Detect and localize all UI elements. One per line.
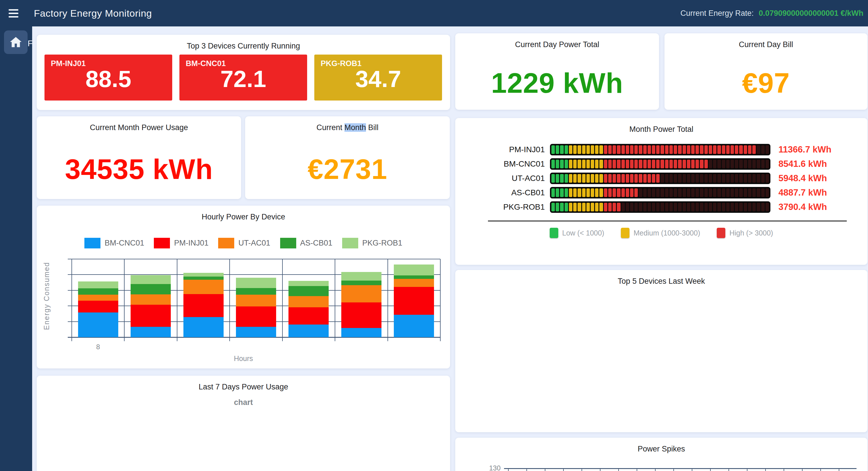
gauge-segment [560, 160, 563, 168]
gauge-segment [578, 145, 581, 154]
gauge-segment [652, 174, 655, 183]
legend-label: UT-AC01 [238, 239, 270, 247]
gauge-segment [556, 174, 559, 183]
bar-segment-UT-AC01 [78, 295, 118, 301]
gauge-segment [717, 203, 721, 211]
gauge-segment [695, 160, 699, 168]
gridline [124, 259, 125, 341]
gauge-segment [687, 174, 690, 183]
gauge-segment [560, 203, 563, 211]
bar-segment-PKG-ROB1 [288, 281, 329, 286]
sidebar-item-home[interactable] [4, 30, 28, 54]
y-tick-label: 130 [487, 464, 501, 471]
gauge-segment [621, 203, 625, 211]
gauge-segment [626, 203, 629, 211]
gauge-segment [630, 203, 633, 211]
card-title: Current Month Power Usage [37, 116, 241, 132]
chart-title: Hourly Power By Device [37, 206, 450, 222]
gauge-row-PM-INJ01: PM-INJ0111366.7 kWh [461, 144, 862, 155]
gauge-segment [613, 145, 616, 154]
gauge-segment [617, 203, 620, 211]
gauge-segment [634, 145, 638, 154]
gauge-segment [670, 174, 673, 183]
bar-segment-AS-CB01 [131, 284, 171, 294]
gauge-segment [591, 188, 594, 197]
gauge-segment [634, 188, 638, 197]
gauge-segment [556, 160, 559, 168]
gauge-segment [709, 203, 712, 211]
gridline [68, 274, 440, 275]
gauge-segment [713, 160, 716, 168]
device-value: 88.5 [44, 65, 172, 92]
legend-swatch [550, 228, 558, 238]
gauge-segment [735, 203, 738, 211]
gauge-segment [565, 174, 568, 183]
chart-title: Month Power Total [455, 118, 867, 134]
gauge-segment [551, 160, 555, 168]
bar-segment-PKG-ROB1 [341, 272, 381, 281]
bar-segment-PM-INJ01 [288, 307, 329, 325]
gauge-segment [582, 145, 586, 154]
gauge-segment [761, 203, 765, 211]
gauge-segment [626, 160, 629, 168]
gauge-segment [722, 160, 725, 168]
gauge-segment [660, 145, 664, 154]
gauge-segment [656, 188, 660, 197]
gauge-segment [652, 145, 655, 154]
gridline [388, 259, 388, 341]
gauge-segment [656, 203, 660, 211]
gauge-segment [766, 203, 769, 211]
gauge-segment [691, 188, 694, 197]
gauge-segment [560, 145, 563, 154]
gauge-segment [744, 188, 747, 197]
stacked-bar [131, 275, 171, 337]
bar-segment-BM-CNC01 [341, 328, 381, 337]
gauge-segment [630, 188, 633, 197]
gauge-segment [665, 160, 669, 168]
gauge-segment [674, 174, 677, 183]
gauge-segment [761, 174, 765, 183]
home-icon [9, 36, 22, 49]
gauge-segment [704, 174, 708, 183]
gauge-segment [652, 203, 655, 211]
gauge-segment [565, 188, 568, 197]
gauge-segment [569, 174, 572, 183]
bar-segment-AS-CB01 [341, 281, 381, 285]
gauge-segment [608, 174, 612, 183]
gauge-segment [639, 160, 642, 168]
gauge-segment [582, 188, 586, 197]
gauge-segment [678, 174, 681, 183]
legend-label: AS-CB01 [300, 239, 333, 247]
gauge-segment [739, 188, 743, 197]
gauge-bar [550, 201, 770, 213]
bar-segment-BM-CNC01 [78, 313, 118, 337]
gauge-value: 3790.4 kWh [778, 202, 827, 212]
gauge-segment [691, 174, 694, 183]
gauge-segment [695, 174, 699, 183]
gauge-segment [634, 174, 638, 183]
gauge-segment [652, 188, 655, 197]
gauge-segment [744, 203, 747, 211]
month-power-usage-value: 34535 kWh [65, 153, 213, 185]
bar-segment-BM-CNC01 [183, 317, 224, 337]
gauge-segment [608, 160, 612, 168]
gauge-segment [573, 174, 577, 183]
gauge-segment [617, 145, 620, 154]
gauge-segment [643, 188, 647, 197]
legend-swatch [218, 238, 234, 248]
gauge-segment [731, 188, 734, 197]
gridline [68, 259, 440, 259]
y-axis-title: Energy Consumed [42, 259, 51, 333]
menu-icon[interactable] [6, 5, 25, 22]
bar-segment-AS-CB01 [288, 286, 329, 296]
legend-label: High (> 3000) [730, 229, 773, 237]
gauge-segment [613, 160, 616, 168]
top-app-bar: Factory Energy Monitoring Current Energy… [0, 0, 868, 26]
bar-segment-PKG-ROB1 [78, 282, 118, 288]
gauge-segment [599, 203, 603, 211]
gauge-segment [660, 174, 664, 183]
bar-segment-AS-CB01 [394, 275, 434, 279]
gauge-segment [687, 203, 690, 211]
legend-swatch [84, 238, 100, 248]
gauge-segment [735, 160, 738, 168]
